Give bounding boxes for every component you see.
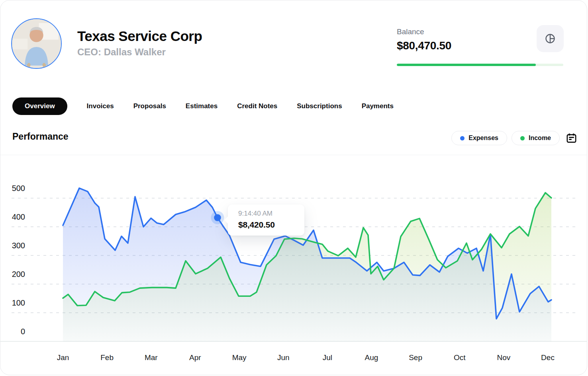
balance-progress (397, 64, 563, 66)
svg-text:100: 100 (12, 298, 25, 307)
balance-label: Balance (397, 27, 451, 36)
chart-legend: Expenses Income (451, 131, 577, 145)
svg-text:400: 400 (12, 212, 25, 221)
customer-overview-card: 0100200300400500JanFebMarAprMayJunJulAug… (0, 0, 587, 375)
tab-payments[interactable]: Payments (362, 102, 394, 110)
pie-chart-button[interactable] (537, 25, 564, 52)
svg-text:Aug: Aug (365, 353, 378, 362)
section-divider (0, 155, 587, 155)
avatar-photo-placeholder (12, 19, 61, 68)
svg-text:Apr: Apr (189, 353, 201, 362)
expenses-dot-icon (460, 136, 465, 140)
income-dot-icon (520, 136, 525, 140)
pie-chart-icon (544, 33, 556, 45)
svg-text:Jul: Jul (323, 353, 332, 362)
tab-invoices[interactable]: Invoices (87, 102, 114, 110)
svg-text:Oct: Oct (454, 353, 466, 362)
tab-subscriptions[interactable]: Subscriptions (297, 102, 342, 110)
svg-text:Dec: Dec (541, 353, 555, 362)
svg-text:Jun: Jun (277, 353, 290, 362)
legend-chip-income[interactable]: Income (512, 131, 560, 145)
balance-value: $80,470.50 (397, 39, 451, 52)
avatar (11, 18, 62, 69)
tab-credit-notes[interactable]: Credit Notes (237, 102, 277, 110)
calendar-button[interactable] (566, 132, 577, 144)
svg-text:Sep: Sep (409, 353, 422, 362)
legend-chip-expenses[interactable]: Expenses (451, 131, 507, 145)
legend-expenses-label: Expenses (468, 134, 498, 142)
tab-estimates[interactable]: Estimates (186, 102, 218, 110)
tab-bar: OverviewInvoicesProposalsEstimatesCredit… (12, 97, 394, 115)
tooltip-time: 9:14:40 AM (238, 210, 294, 218)
company-titles: Texas Service Corp CEO: Dallas Walker (77, 28, 202, 58)
svg-text:May: May (232, 353, 247, 362)
svg-text:0: 0 (21, 327, 25, 336)
svg-text:300: 300 (12, 241, 25, 250)
ceo-subtitle: CEO: Dallas Walker (77, 47, 202, 58)
section-title: Performance (12, 131, 69, 142)
svg-text:Jan: Jan (57, 353, 69, 362)
svg-text:500: 500 (12, 184, 25, 193)
svg-text:Feb: Feb (100, 353, 114, 362)
chart-tooltip: 9:14:40 AM $8,420.50 (228, 205, 304, 236)
balance-block: Balance $80,470.50 (397, 27, 451, 52)
company-name: Texas Service Corp (77, 28, 202, 44)
svg-text:Nov: Nov (497, 353, 511, 362)
legend-income-label: Income (529, 134, 551, 142)
tab-overview[interactable]: Overview (12, 97, 67, 115)
svg-text:200: 200 (12, 270, 25, 279)
tab-proposals[interactable]: Proposals (133, 102, 166, 110)
calendar-icon (566, 132, 577, 144)
balance-progress-fill (397, 64, 536, 66)
tooltip-value: $8,420.50 (238, 220, 294, 230)
svg-text:Mar: Mar (145, 353, 158, 362)
